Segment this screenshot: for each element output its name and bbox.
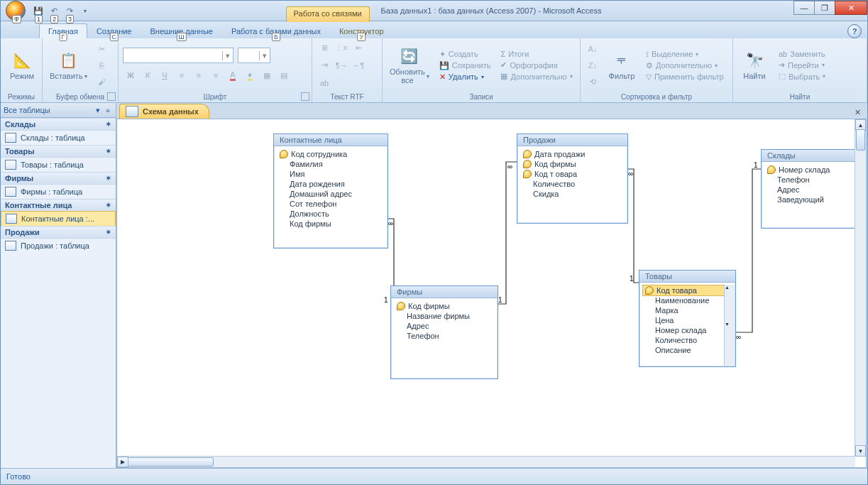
schema-table-firmy[interactable]: ФирмыКод фирмыНазвание фирмыАдресТелефон [390, 285, 498, 379]
find-button[interactable]: 🔭Найти [737, 49, 771, 82]
nav-table-item[interactable]: Продажи : таблица [1, 239, 116, 253]
nav-group-header[interactable]: Фирмы✶ [1, 172, 116, 185]
underline-button[interactable]: Ч [157, 67, 172, 83]
window-restore[interactable]: ❐ [814, 1, 835, 15]
table-field[interactable]: Наименование [645, 295, 730, 305]
nav-group-header[interactable]: Склады✶ [1, 118, 116, 131]
new-record-button[interactable]: ✦Создать [436, 49, 494, 60]
cut-button[interactable]: ✂ [94, 41, 110, 57]
spelling-button[interactable]: ✔Орфография [498, 60, 575, 70]
font-dialog-launcher[interactable] [301, 92, 309, 101]
worktab-close[interactable]: ✕ [850, 106, 864, 119]
table-field[interactable]: Заведующий [767, 195, 862, 205]
table-field[interactable]: Имя [280, 169, 382, 179]
font-family-combo[interactable]: ▾ [123, 48, 234, 63]
table-field[interactable]: Количество [645, 335, 730, 345]
nav-group-header[interactable]: Товары✶ [1, 145, 116, 158]
hscroll-thumb[interactable] [127, 457, 214, 467]
scroll-down-icon[interactable]: ▼ [855, 445, 866, 457]
scroll-right-icon[interactable]: ▶ [117, 457, 128, 467]
align-right-button[interactable]: ≡ [208, 67, 224, 83]
ltr-button[interactable]: ¶→ [334, 58, 349, 73]
navpane-header[interactable]: Все таблицы ▾ « [1, 103, 116, 118]
canvas[interactable]: ∞1∞1∞1∞1 Контактные лицаКод сотрудникаФа… [116, 119, 867, 468]
records-more-button[interactable]: ▦Дополнительно▾ [498, 71, 575, 82]
nav-table-item[interactable]: Контактные лица :... [1, 211, 116, 227]
vscroll-thumb[interactable] [856, 129, 865, 151]
format-painter-button[interactable]: 🖌 [94, 74, 110, 89]
increase-indent-button[interactable]: ⇥ [317, 58, 332, 73]
table-field[interactable]: Домашний адрес [280, 189, 382, 199]
schema-table-kontakt[interactable]: Контактные лицаКод сотрудникаФамилияИмяД… [273, 133, 388, 249]
table-field[interactable]: Фамилия [280, 159, 382, 169]
table-field[interactable]: Должность [280, 209, 382, 219]
table-field[interactable]: Код фирмы [523, 159, 622, 169]
gridlines-button[interactable]: ▦ [259, 67, 275, 83]
selection-filter-button[interactable]: ⟟Выделение▾ [643, 49, 727, 60]
table-field[interactable]: Скидка [523, 189, 622, 199]
canvas-vscroll[interactable]: ▲ ▼ [855, 119, 866, 457]
save-record-button[interactable]: 💾Сохранить [436, 60, 494, 71]
window-minimize[interactable]: — [793, 1, 815, 15]
nav-group-header[interactable]: Контактные лица✶ [1, 199, 116, 212]
decrease-indent-button[interactable]: ⇤ [351, 40, 366, 55]
schema-table-tovary[interactable]: ТоварыКод товараНаименованиеМаркаЦенаНом… [639, 270, 736, 367]
navpane-dropdown-icon[interactable]: ▾ [93, 106, 103, 115]
table-field[interactable]: Телефон [397, 331, 492, 341]
number-list-button[interactable]: ⋮≡ [334, 40, 349, 55]
table-field[interactable]: Количество [523, 179, 622, 189]
bold-button[interactable]: Ж [123, 67, 138, 83]
goto-button[interactable]: ➔Перейти▾ [776, 60, 828, 70]
fill-color-button[interactable]: ♦ [242, 67, 258, 83]
table-field[interactable]: Код фирмы [280, 219, 382, 229]
canvas-hscroll[interactable]: ◀ ▶ [117, 456, 855, 467]
mode-button[interactable]: 📐Режим [5, 49, 39, 82]
qat-customize[interactable]: ▾ [77, 3, 93, 18]
table-inner-scroll[interactable]: ▲▼ [724, 285, 735, 366]
table-field[interactable]: Дата рождения [280, 179, 382, 189]
alt-fill-button[interactable]: ▤ [276, 67, 292, 83]
table-field[interactable]: Название фирмы [397, 311, 492, 321]
worktab-schema[interactable]: Схема данных [119, 104, 209, 119]
table-field[interactable]: Описание [645, 345, 730, 355]
nav-table-item[interactable]: Товары : таблица [1, 158, 116, 172]
table-field[interactable]: Цена [645, 315, 730, 325]
totals-button[interactable]: ΣИтоги [498, 49, 575, 59]
clear-sort-button[interactable]: ⟲ [585, 74, 600, 89]
highlight-button[interactable]: ab [317, 75, 332, 91]
advanced-filter-button[interactable]: ⚙Дополнительно▾ [643, 60, 727, 71]
table-field[interactable]: Дата продажи [523, 149, 622, 159]
nav-table-item[interactable]: Склады : таблица [1, 131, 116, 145]
nav-table-item[interactable]: Фирмы : таблица [1, 185, 116, 199]
align-left-button[interactable]: ≡ [174, 67, 189, 83]
replace-button[interactable]: abЗаменить [776, 49, 828, 59]
refresh-all-button[interactable]: 🔄Обновить все ▾ [387, 45, 432, 86]
schema-table-prodazhi[interactable]: ПродажиДата продажиКод фирмыКод т овараК… [517, 133, 628, 224]
font-size-combo[interactable]: ▾ [238, 48, 270, 63]
tab-external-data[interactable]: Внешние данныеШ [141, 23, 222, 38]
table-field[interactable]: Телефон [767, 175, 862, 185]
navpane-collapse-icon[interactable]: « [103, 106, 113, 114]
table-field[interactable]: Марка [645, 305, 730, 315]
table-field[interactable]: Код сотрудника [280, 149, 382, 159]
delete-record-button[interactable]: ✕Удалить▾ [436, 72, 494, 82]
paste-button[interactable]: 📋Вставить▾ [47, 49, 90, 82]
tab-db-tools[interactable]: Работа с базами данныхБ [222, 23, 330, 38]
toggle-filter-button[interactable]: ▽Применить фильтр [643, 72, 727, 82]
clipboard-dialog-launcher[interactable] [107, 92, 116, 101]
font-color-button[interactable]: A [225, 67, 241, 83]
table-field[interactable]: Код т овара [523, 169, 622, 179]
table-field[interactable]: Адрес [397, 321, 492, 331]
table-field[interactable]: Номер склада [767, 165, 862, 175]
bullet-list-button[interactable]: ≣ [317, 40, 332, 55]
align-center-button[interactable]: ≡ [191, 67, 207, 83]
tab-create[interactable]: СозданиеС [87, 23, 141, 38]
copy-button[interactable]: ⎘ [94, 58, 110, 73]
table-field[interactable]: Код товара [642, 285, 732, 296]
sort-desc-button[interactable]: Z↓ [585, 58, 600, 73]
help-button[interactable]: ? [847, 24, 862, 38]
table-field[interactable]: Код фирмы [397, 301, 492, 311]
tab-home[interactable]: ГлавнаяГ [39, 23, 87, 38]
select-button[interactable]: ⬚Выбрать▾ [776, 71, 828, 82]
nav-group-header[interactable]: Продажи✶ [1, 226, 116, 239]
